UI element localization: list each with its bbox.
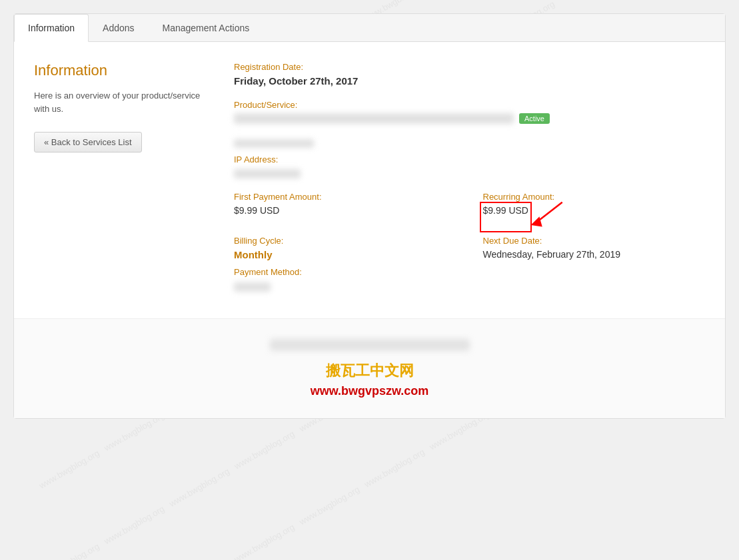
footer-section: 搬瓦工中文网 www.bwgvpszw.com [14,318,725,418]
left-panel: Information Here is an overview of your … [34,62,207,298]
payment-method-value [234,280,456,291]
footer-blurred-text [270,339,470,351]
tab-addons[interactable]: Addons [89,14,148,42]
first-payment-label: First Payment Amount: [234,192,456,202]
registration-date-label: Registration Date: [234,62,705,72]
billing-cycle-block: Billing Cycle: Monthly Payment Method: [234,236,456,291]
product-service-label: Product/Service: [234,100,705,110]
active-badge: Active [519,113,550,124]
first-payment-value: $9.99 USD [234,205,456,216]
page-wrapper: www.bwgblog.org www.bwgblog.org www.bwgb… [0,0,739,560]
tab-management-actions[interactable]: Management Actions [149,14,264,42]
recurring-amount-value: $9.99 USD [483,205,528,216]
ip-address-value [234,168,705,178]
billing-row: Billing Cycle: Monthly Payment Method: N… [234,236,705,291]
billing-cycle-label: Billing Cycle: [234,236,456,246]
ip-address-blurred [234,169,301,178]
next-due-date-value: Wednesday, February 27th, 2019 [483,249,706,260]
main-content: Information Here is an overview of your … [14,42,725,318]
footer-chinese-text: 搬瓦工中文网 [34,361,705,381]
content-card: Information Addons Management Actions In… [13,13,726,419]
recurring-amount-wrapper: $9.99 USD [483,205,528,229]
svg-marker-1 [531,216,542,226]
right-panel: Registration Date: Friday, October 27th,… [234,62,705,298]
product-service-row: Active [234,113,705,124]
billing-cycle-value: Monthly [234,249,456,260]
next-due-date-block: Next Due Date: Wednesday, February 27th,… [483,236,706,291]
ip-address-label: IP Address: [234,154,705,164]
product-service-sub-blurred [234,139,314,148]
recurring-amount-label: Recurring Amount: [483,192,706,202]
red-arrow-icon [525,198,565,232]
payment-method-label: Payment Method: [234,267,456,277]
payment-row: First Payment Amount: $9.99 USD Recurrin… [234,192,705,229]
first-payment-block: First Payment Amount: $9.99 USD [234,192,456,229]
recurring-amount-block: Recurring Amount: $9.99 USD [483,192,706,229]
footer-url-text: www.bwgvpszw.com [34,384,705,398]
tabs-bar: Information Addons Management Actions [14,14,725,42]
page-description: Here is an overview of your product/serv… [34,89,207,115]
payment-method-blurred [234,282,271,292]
next-due-date-label: Next Due Date: [483,236,706,246]
page-title: Information [34,62,207,79]
tab-information[interactable]: Information [14,14,89,42]
product-service-blurred [234,113,514,124]
back-to-services-button[interactable]: « Back to Services List [34,132,142,152]
registration-date-value: Friday, October 27th, 2017 [234,75,705,87]
svg-line-0 [536,202,562,222]
